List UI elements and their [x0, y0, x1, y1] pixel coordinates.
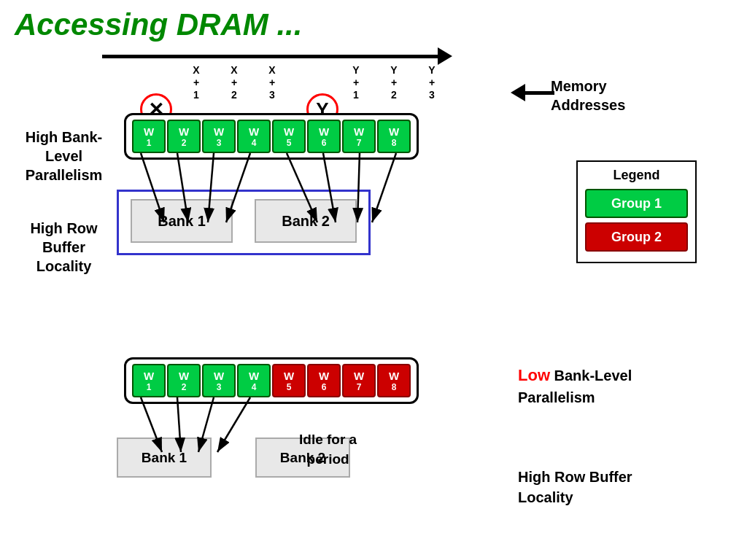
- mem-arrow-head: [511, 84, 525, 101]
- col-header-y3: Y+3: [413, 64, 451, 101]
- w-box-8: W8: [377, 120, 411, 153]
- bottom-w-row: W1 W2 W3 W4 W5 W6 W7 W8: [124, 357, 419, 404]
- bottom-bank-1: Bank 1: [117, 438, 212, 478]
- mem-arrow-line: [525, 91, 554, 95]
- top-bank-2: Bank 2: [255, 199, 357, 243]
- memory-addresses-label: MemoryAddresses: [551, 77, 625, 114]
- w-box-1: W1: [132, 120, 166, 153]
- bw-box-1: W1: [132, 364, 166, 397]
- left-label-top: High Bank-LevelParallelism: [7, 128, 120, 184]
- col-header-y2: Y+2: [375, 64, 413, 101]
- legend-group1: Group 1: [585, 189, 688, 218]
- idle-text: Idle for aperiod: [299, 430, 357, 469]
- arrow-head: [438, 47, 452, 65]
- top-bank-1: Bank 1: [131, 199, 233, 243]
- top-banks-container: Bank 1 Bank 2: [117, 190, 371, 255]
- legend-box: Legend Group 1 Group 2: [576, 160, 697, 263]
- svg-line-7: [372, 153, 396, 222]
- bw-box-4: W4: [237, 364, 271, 397]
- w-box-3: W3: [202, 120, 236, 153]
- right-label-parallelism: Low Bank-LevelParallelism: [518, 365, 632, 408]
- w-box-4: W4: [237, 120, 271, 153]
- col-header-x3: X+3: [253, 64, 291, 101]
- bottom-w-row-container: W1 W2 W3 W4 W5 W6 W7 W8: [124, 357, 419, 404]
- w-box-2: W2: [167, 120, 201, 153]
- top-w-row: W1 W2 W3 W4 W5 W6 W7 W8: [124, 113, 419, 160]
- col-header-x1: X+1: [177, 64, 215, 101]
- y-col-headers: Y+1 Y+2 Y+3: [337, 64, 451, 101]
- w-box-7: W7: [342, 120, 376, 153]
- bw-box-2: W2: [167, 364, 201, 397]
- low-text: Low: [518, 366, 550, 384]
- legend-title: Legend: [585, 168, 688, 183]
- col-header-x2: X+2: [215, 64, 253, 101]
- memory-arrow: [511, 84, 554, 101]
- arrow-line: [102, 55, 438, 58]
- legend-group2: Group 2: [585, 222, 688, 252]
- top-w-row-container: W1 W2 W3 W4 W5 W6 W7 W8: [124, 113, 419, 160]
- bw-box-6: W6: [307, 364, 341, 397]
- col-header-y1: Y+1: [337, 64, 375, 101]
- x-col-headers: X+1 X+2 X+3: [177, 64, 291, 101]
- w-box-6: W6: [307, 120, 341, 153]
- bw-box-8: W8: [377, 364, 411, 397]
- bw-box-7: W7: [342, 364, 376, 397]
- left-label-bottom: High RowBufferLocality: [7, 219, 120, 276]
- w-box-5: W5: [272, 120, 306, 153]
- page-title: Accessing DRAM ...: [15, 7, 302, 42]
- right-label-locality: High Row BufferLocality: [518, 467, 632, 508]
- bw-box-3: W3: [202, 364, 236, 397]
- top-arrow: [102, 50, 452, 63]
- bw-box-5: W5: [272, 364, 306, 397]
